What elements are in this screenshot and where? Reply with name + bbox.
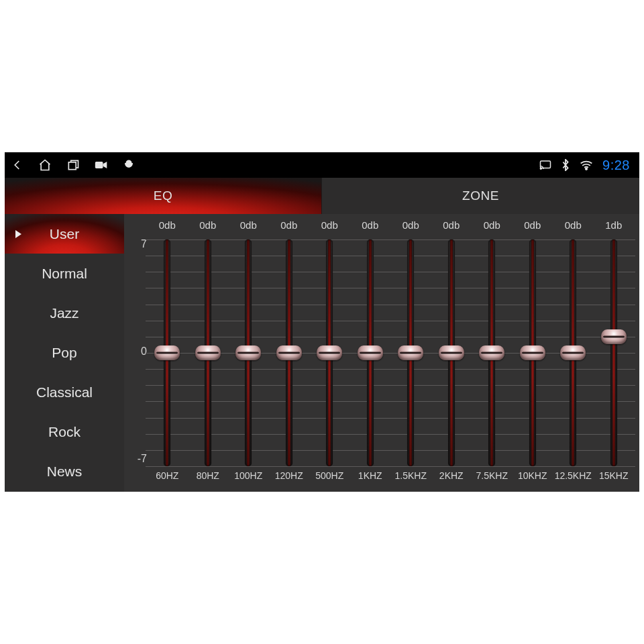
band-freq-label: 2KHZ: [439, 470, 464, 486]
eq-band-6: 0db1.5KHZ: [390, 219, 431, 486]
eq-slider[interactable]: [599, 239, 629, 466]
band-freq-label: 15KHZ: [599, 470, 629, 486]
back-icon[interactable]: [11, 159, 23, 171]
play-icon: [15, 230, 21, 238]
band-db-label: 0db: [484, 219, 500, 237]
eq-band-0: 0db60HZ: [147, 219, 188, 486]
eq-bands: 0db60HZ0db80HZ0db100HZ0db120HZ0db500HZ0d…: [147, 219, 634, 486]
slider-knob[interactable]: [439, 345, 464, 360]
band-freq-label: 1KHZ: [358, 470, 382, 486]
svg-rect-0: [68, 162, 76, 170]
recent-apps-icon[interactable]: [66, 158, 80, 172]
eq-slider[interactable]: [558, 239, 588, 466]
band-db-label: 0db: [240, 219, 257, 237]
eq-band-5: 0db1KHZ: [350, 219, 391, 486]
band-freq-label: 120HZ: [275, 470, 303, 486]
eq-slider[interactable]: [152, 239, 182, 466]
eq-band-9: 0db10KHZ: [513, 219, 553, 486]
video-icon[interactable]: [95, 160, 108, 170]
preset-label: User: [50, 226, 79, 242]
svg-rect-1: [95, 162, 103, 168]
wifi-icon: [580, 160, 593, 170]
slider-knob[interactable]: [398, 345, 423, 360]
band-db-label: 0db: [524, 219, 541, 237]
eq-slider[interactable]: [437, 239, 466, 466]
band-freq-label: 80HZ: [197, 470, 219, 486]
band-db-label: 0db: [159, 219, 176, 237]
nav-controls: [11, 158, 135, 172]
preset-news[interactable]: News: [5, 451, 124, 491]
slider-knob[interactable]: [195, 345, 221, 360]
band-freq-label: 60HZ: [156, 470, 178, 486]
tab-zone[interactable]: ZONE: [322, 178, 639, 214]
preset-label: Normal: [42, 266, 87, 282]
tab-eq[interactable]: EQ: [5, 178, 322, 214]
preset-list: UserNormalJazzPopClassicalRockNews: [5, 214, 124, 492]
svg-point-3: [540, 168, 541, 169]
status-icons: 9:28: [539, 158, 630, 173]
cast-icon: [539, 160, 551, 170]
band-freq-label: 7.5KHZ: [476, 470, 508, 486]
eq-band-8: 0db7.5KHZ: [472, 219, 513, 486]
eq-slider[interactable]: [315, 239, 344, 466]
status-bar: 9:28: [5, 152, 639, 178]
eq-slider[interactable]: [477, 239, 506, 466]
band-db-label: 0db: [565, 219, 582, 237]
home-icon[interactable]: [38, 158, 52, 172]
eq-slider[interactable]: [356, 239, 385, 466]
eq-band-7: 0db2KHZ: [431, 219, 472, 486]
preset-jazz[interactable]: Jazz: [5, 293, 124, 333]
slider-knob[interactable]: [154, 345, 180, 360]
eq-band-1: 0db80HZ: [188, 219, 229, 486]
bag-icon[interactable]: [123, 159, 135, 171]
tab-bar: EQ ZONE: [5, 178, 639, 214]
band-db-label: 1db: [605, 219, 622, 237]
preset-user[interactable]: User: [5, 214, 124, 254]
slider-knob[interactable]: [520, 345, 545, 360]
band-freq-label: 10KHZ: [518, 470, 547, 486]
eq-slider[interactable]: [396, 239, 425, 466]
preset-normal[interactable]: Normal: [5, 254, 124, 293]
preset-label: Classical: [36, 384, 93, 400]
scale-mid: 0: [129, 345, 147, 358]
preset-classical[interactable]: Classical: [5, 372, 124, 412]
slider-knob[interactable]: [276, 345, 302, 360]
slider-knob[interactable]: [601, 329, 627, 344]
scale-min: -7: [129, 453, 147, 465]
band-db-label: 0db: [199, 219, 216, 237]
eq-slider[interactable]: [233, 239, 263, 466]
band-db-label: 0db: [402, 219, 419, 237]
gain-scale: 7 0 -7: [129, 238, 147, 465]
tab-zone-label: ZONE: [462, 189, 499, 203]
main-area: UserNormalJazzPopClassicalRockNews 7 0 -…: [5, 214, 639, 492]
eq-slider[interactable]: [518, 239, 547, 466]
slider-knob[interactable]: [479, 345, 504, 360]
clock: 9:28: [602, 158, 630, 173]
preset-label: Jazz: [50, 305, 78, 321]
preset-label: Pop: [52, 345, 76, 361]
eq-band-4: 0db500HZ: [309, 219, 350, 486]
svg-rect-2: [541, 161, 551, 168]
eq-band-3: 0db120HZ: [269, 219, 310, 486]
tab-eq-label: EQ: [154, 189, 172, 203]
band-db-label: 0db: [362, 219, 378, 237]
slider-knob[interactable]: [317, 345, 342, 360]
preset-label: Rock: [48, 424, 80, 440]
eq-slider[interactable]: [274, 239, 304, 466]
band-freq-label: 500HZ: [315, 470, 343, 486]
band-freq-label: 100HZ: [234, 470, 262, 486]
slider-rail: [610, 239, 617, 466]
svg-point-4: [586, 168, 588, 170]
eq-band-10: 0db12.5KHZ: [553, 219, 594, 486]
slider-knob[interactable]: [235, 345, 261, 360]
preset-pop[interactable]: Pop: [5, 333, 124, 372]
band-db-label: 0db: [321, 219, 338, 237]
eq-slider[interactable]: [193, 239, 223, 466]
eq-band-11: 1db15KHZ: [594, 219, 635, 486]
preset-rock[interactable]: Rock: [5, 412, 124, 451]
slider-knob[interactable]: [560, 345, 586, 360]
eq-area: 7 0 -7 0db60HZ0db80HZ0db100HZ0db120HZ0db…: [124, 214, 639, 492]
slider-knob[interactable]: [358, 345, 383, 360]
band-db-label: 0db: [280, 219, 297, 237]
eq-band-2: 0db100HZ: [228, 219, 269, 486]
